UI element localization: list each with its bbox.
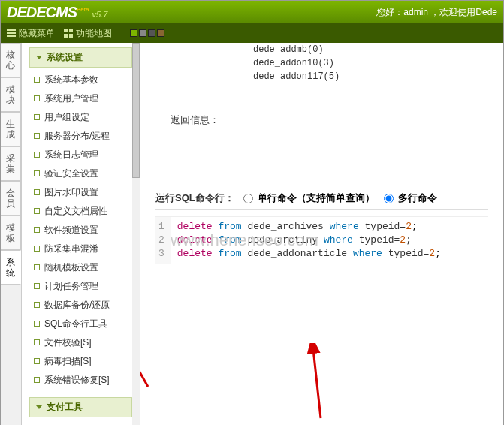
menu-item[interactable]: SQL命令行工具 — [29, 315, 132, 333]
sitemap-label: 功能地图 — [76, 27, 112, 40]
sql-section: 运行SQL命令行： 单行命令（支持简单查询） 多行命令 123 delete f… — [140, 187, 503, 264]
watermark-text: www.henenseo.com — [171, 231, 318, 250]
menu-item[interactable]: 验证安全设置 — [29, 164, 132, 183]
group-title: 系统设置 — [47, 51, 83, 64]
menu-item[interactable]: 点卡产品分类 — [29, 420, 132, 425]
content-area: dede_addmb(0)dede_addon10(3)dede_addon11… — [140, 43, 503, 425]
menu-item[interactable]: 文件校验[S] — [29, 333, 132, 352]
table-row: dede_addon10(3) — [253, 56, 503, 70]
radio-multi[interactable] — [384, 194, 394, 203]
scrollbar-thumb[interactable] — [132, 43, 140, 178]
menu-item[interactable]: 随机模板设置 — [29, 258, 132, 277]
svg-rect-6 — [69, 34, 73, 38]
svg-rect-4 — [69, 29, 73, 32]
menu-item[interactable]: 用户组设定 — [29, 108, 132, 127]
logo: DEDECMS Beta v5.7 — [7, 4, 107, 21]
menu-item[interactable]: 图片水印设置 — [29, 183, 132, 202]
menu-item[interactable]: 系统用户管理 — [29, 89, 132, 108]
menu-item[interactable]: 数据库备份/还原 — [29, 296, 132, 315]
menu-item[interactable]: 系统基本参数 — [29, 71, 132, 89]
svg-rect-5 — [64, 34, 68, 38]
left-tab[interactable]: 系统 — [1, 250, 21, 285]
left-tab[interactable]: 核心 — [1, 43, 21, 77]
scrollbar-track[interactable] — [132, 43, 140, 425]
group-header[interactable]: 系统设置 — [29, 47, 132, 68]
left-tab[interactable]: 采集 — [1, 146, 21, 181]
annotation-arrow — [140, 312, 155, 394]
sidebar-group: 系统设置系统基本参数系统用户管理用户组设定服务器分布/远程系统日志管理验证安全设… — [29, 47, 132, 393]
toolbar: 隐藏菜单 功能地图 — [1, 23, 503, 43]
menu-item[interactable]: 系统日志管理 — [29, 146, 132, 164]
sql-header: 运行SQL命令行： 单行命令（支持简单查询） 多行命令 — [155, 187, 488, 210]
radio-single-line[interactable]: 单行命令（支持简单查询） — [243, 191, 375, 205]
sitemap-button[interactable]: 功能地图 — [64, 27, 112, 40]
radio-multi-line[interactable]: 多行命令 — [384, 191, 437, 205]
left-tab[interactable]: 模块 — [1, 77, 21, 112]
left-tab[interactable]: 会员 — [1, 181, 21, 216]
color-swatch[interactable] — [130, 29, 137, 37]
line-gutter: 123 — [155, 217, 171, 264]
sidebar-group: 支付工具点卡产品分类点卡产品管理会员产品分类 — [29, 397, 132, 425]
left-tab-strip: 核心模块生成采集会员模板系统 — [1, 43, 22, 425]
svg-rect-3 — [64, 29, 68, 32]
logo-text: DEDECMS — [7, 4, 77, 21]
radio-single[interactable] — [243, 194, 253, 203]
logo-version: v5.7 — [92, 10, 107, 19]
menu-item[interactable]: 服务器分布/远程 — [29, 127, 132, 146]
table-list: dede_addmb(0)dede_addon10(3)dede_addon11… — [140, 43, 503, 83]
grid-icon — [64, 29, 73, 38]
list-icon — [7, 29, 16, 38]
table-row: dede_addmb(0) — [253, 43, 503, 56]
menu-item[interactable]: 自定义文档属性 — [29, 202, 132, 221]
color-swatch[interactable] — [148, 29, 155, 37]
menu-item[interactable]: 防采集串混淆 — [29, 240, 132, 258]
group-title: 支付工具 — [47, 401, 83, 414]
menu-item[interactable]: 病毒扫描[S] — [29, 352, 132, 371]
menu-item[interactable]: 计划任务管理 — [29, 277, 132, 296]
svg-line-7 — [140, 318, 148, 387]
return-info-label: 返回信息： — [171, 113, 503, 127]
table-row: dede_addon117(5) — [253, 70, 503, 83]
hide-menu-label: 隐藏菜单 — [19, 27, 55, 40]
radio-multi-label: 多行命令 — [398, 191, 437, 205]
group-header[interactable]: 支付工具 — [29, 397, 132, 417]
app-header: DEDECMS Beta v5.7 您好：admin ，欢迎使用Dede — [1, 1, 503, 23]
svg-rect-1 — [7, 32, 16, 34]
sql-run-label: 运行SQL命令行： — [155, 191, 234, 205]
svg-line-8 — [313, 349, 321, 418]
logo-beta: Beta — [77, 6, 89, 13]
color-swatch[interactable] — [139, 29, 146, 37]
left-tab[interactable]: 模板 — [1, 216, 21, 250]
svg-rect-0 — [7, 29, 16, 31]
menu-item[interactable]: 软件频道设置 — [29, 221, 132, 240]
welcome-text: 您好：admin ，欢迎使用Dede — [376, 6, 497, 19]
chevron-down-icon — [36, 405, 42, 409]
annotation-arrow — [298, 343, 336, 425]
left-tab[interactable]: 生成 — [1, 112, 21, 146]
radio-single-label: 单行命令（支持简单查询） — [258, 191, 375, 205]
svg-rect-2 — [7, 35, 16, 37]
chevron-down-icon — [36, 56, 42, 59]
theme-colors — [130, 29, 164, 37]
sidebar: 系统设置系统基本参数系统用户管理用户组设定服务器分布/远程系统日志管理验证安全设… — [22, 43, 140, 425]
menu-item[interactable]: 系统错误修复[S] — [29, 371, 132, 390]
color-swatch[interactable] — [157, 29, 164, 37]
hide-menu-button[interactable]: 隐藏菜单 — [7, 27, 55, 40]
